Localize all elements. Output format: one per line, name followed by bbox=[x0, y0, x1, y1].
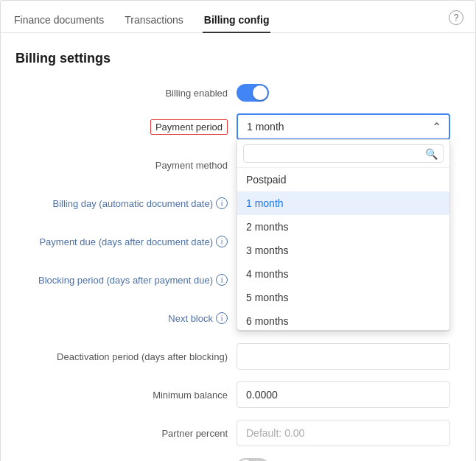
deactivation-period-input[interactable] bbox=[237, 343, 450, 370]
dropdown-search-input[interactable] bbox=[243, 144, 444, 163]
blocking-period-label: Blocking period (days after payment due)… bbox=[15, 274, 237, 286]
search-wrap: 🔍 bbox=[243, 144, 444, 163]
payment-period-value: 1 month bbox=[247, 121, 284, 133]
minimum-balance-label: Minimum balance bbox=[15, 390, 237, 401]
payment-period-control: 1 month ⌃ 🔍 Postpaid 1 m bbox=[237, 113, 450, 140]
tab-finance-documents[interactable]: Finance documents bbox=[13, 8, 105, 33]
dropdown-list: Postpaid 1 month 2 months 3 months 4 mon… bbox=[237, 168, 449, 330]
billing-enabled-label: Billing enabled bbox=[15, 88, 237, 99]
app-window: Finance documents Transactions Billing c… bbox=[0, 0, 476, 461]
tab-billing-config[interactable]: Billing config bbox=[203, 8, 271, 33]
billing-enabled-control bbox=[237, 84, 450, 102]
auto-create-invoices-control bbox=[237, 458, 450, 461]
section-title: Billing settings bbox=[15, 51, 461, 66]
dropdown-option-2months[interactable]: 2 months bbox=[237, 215, 449, 239]
next-block-label: Next block i bbox=[15, 312, 237, 324]
partner-percent-control bbox=[237, 420, 450, 446]
toggle-track-on bbox=[237, 84, 269, 102]
blocking-period-label-text: Blocking period (days after payment due) bbox=[38, 275, 213, 286]
minimum-balance-row: Minimum balance bbox=[15, 381, 461, 408]
dropdown-option-6months[interactable]: 6 months bbox=[237, 309, 449, 330]
auto-create-invoices-row: Auto create invoices bbox=[15, 458, 461, 461]
payment-period-select[interactable]: 1 month ⌃ bbox=[237, 113, 450, 140]
payment-period-label-text: Payment period bbox=[150, 119, 228, 135]
search-icon: 🔍 bbox=[425, 148, 438, 160]
partner-percent-row: Partner percent bbox=[15, 420, 461, 446]
dropdown-option-3months[interactable]: 3 months bbox=[237, 239, 449, 262]
deactivation-period-label: Deactivation period (days after blocking… bbox=[15, 351, 237, 362]
tab-transactions[interactable]: Transactions bbox=[123, 8, 185, 33]
payment-due-label-text: Payment due (days after document date) bbox=[39, 236, 213, 247]
chevron-up-icon: ⌃ bbox=[432, 120, 441, 134]
dropdown-option-1month[interactable]: 1 month bbox=[237, 191, 449, 215]
partner-percent-label: Partner percent bbox=[15, 428, 237, 439]
billing-enabled-row: Billing enabled bbox=[15, 84, 461, 102]
tab-bar: Finance documents Transactions Billing c… bbox=[1, 1, 475, 33]
payment-period-dropdown: 🔍 Postpaid 1 month 2 months 3 months 4 m… bbox=[237, 139, 450, 331]
billing-day-info-icon[interactable]: i bbox=[216, 197, 228, 209]
deactivation-period-control bbox=[237, 343, 450, 370]
minimum-balance-input[interactable] bbox=[237, 381, 450, 408]
payment-method-label: Payment method bbox=[15, 160, 237, 171]
dropdown-option-postpaid[interactable]: Postpaid bbox=[237, 168, 449, 191]
minimum-balance-control bbox=[237, 381, 450, 408]
dropdown-option-4months[interactable]: 4 months bbox=[237, 262, 449, 286]
billing-day-label: Billing day (automatic document date) i bbox=[15, 197, 237, 209]
next-block-label-text: Next block bbox=[168, 313, 213, 324]
payment-period-label: Payment period bbox=[15, 119, 237, 135]
payment-period-row: Payment period 1 month ⌃ 🔍 bbox=[15, 113, 461, 140]
help-icon[interactable]: ? bbox=[449, 10, 463, 25]
toggle-thumb-on bbox=[253, 85, 267, 100]
deactivation-period-row: Deactivation period (days after blocking… bbox=[15, 343, 461, 370]
toggle-track-off bbox=[237, 458, 269, 461]
auto-create-invoices-toggle[interactable] bbox=[237, 458, 450, 461]
dropdown-option-5months[interactable]: 5 months bbox=[237, 286, 449, 309]
billing-enabled-toggle[interactable] bbox=[237, 84, 450, 102]
content-area: Billing settings Billing enabled Payment… bbox=[1, 33, 475, 461]
payment-period-select-wrapper: 1 month ⌃ 🔍 Postpaid 1 m bbox=[237, 113, 450, 140]
payment-due-label: Payment due (days after document date) i bbox=[15, 236, 237, 247]
blocking-period-info-icon[interactable]: i bbox=[216, 274, 228, 286]
billing-day-label-text: Billing day (automatic document date) bbox=[52, 198, 213, 209]
dropdown-search-area: 🔍 bbox=[237, 140, 449, 168]
partner-percent-input[interactable] bbox=[237, 420, 450, 446]
payment-due-info-icon[interactable]: i bbox=[216, 236, 228, 247]
next-block-info-icon[interactable]: i bbox=[216, 312, 228, 324]
